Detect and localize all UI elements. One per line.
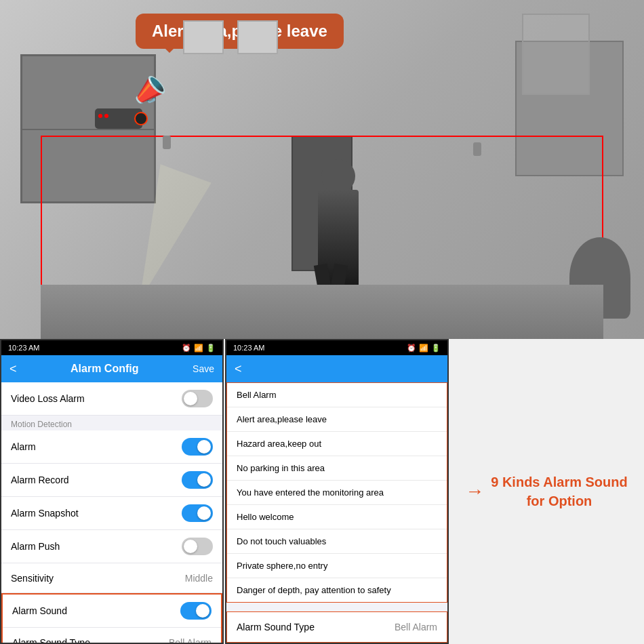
security-camera: [95, 108, 149, 136]
alarm-sound-type-label: Alarm Sound Type: [12, 637, 90, 643]
dropdown-item-welcome[interactable]: Hello welcome: [227, 505, 447, 529]
alarm-record-label: Alarm Record: [11, 475, 69, 485]
sensitivity-label: Sensitivity: [11, 573, 54, 584]
alarm-sound-label: Alarm Sound: [12, 605, 67, 616]
right-alarm-sound-type-label: Alarm Sound Type: [237, 622, 315, 632]
right-time: 10:23 AM: [233, 344, 264, 352]
alarm-push-label: Alarm Push: [11, 541, 60, 552]
alarm-record-item[interactable]: Alarm Record: [1, 464, 222, 497]
video-loss-alarm-toggle[interactable]: [182, 390, 213, 407]
alarm-snapshot-toggle[interactable]: [182, 504, 213, 522]
phone-left: 10:23 AM ⏰ 📶 🔋 < Alarm Config Save Video…: [0, 339, 224, 644]
left-content: Video Loss Alarm Motion Detection Alarm …: [1, 382, 222, 643]
alarm-push-item[interactable]: Alarm Push: [1, 530, 222, 563]
video-loss-alarm-label: Video Loss Alarm: [11, 393, 85, 404]
left-nav-title: Alarm Config: [17, 363, 193, 375]
right-back-button[interactable]: <: [235, 362, 242, 376]
alarm-sound-type-bottom-bar: Alarm Sound Type Bell Alarm: [226, 611, 447, 643]
alarm-push-toggle[interactable]: [182, 538, 213, 555]
left-save-button[interactable]: Save: [193, 363, 214, 374]
alarm-sound-type-value: Bell Alarm: [169, 637, 212, 643]
dropdown-item-monitoring[interactable]: You have entered the monitoring area: [227, 481, 447, 505]
dropdown-item-valuables[interactable]: Do not touch valuables: [227, 529, 447, 554]
dropdown-item-bell[interactable]: Bell Alarm: [227, 383, 447, 407]
alarm-item[interactable]: Alarm: [1, 430, 222, 464]
alarm-label: Alarm: [11, 441, 36, 452]
dropdown-item-hazard[interactable]: Hazard area,keep out: [227, 432, 447, 456]
alarm-sound-type-item[interactable]: Alarm Sound Type Bell Alarm: [3, 628, 221, 643]
left-time: 10:23 AM: [8, 344, 39, 352]
right-alarm-sound-type-item[interactable]: Alarm Sound Type Bell Alarm: [227, 612, 447, 642]
info-box: → 9 Kinds Alarm Soundfor Option: [465, 472, 628, 510]
bottom-section: 10:23 AM ⏰ 📶 🔋 < Alarm Config Save Video…: [0, 339, 644, 644]
info-section: → 9 Kinds Alarm Soundfor Option: [449, 339, 644, 644]
info-text: 9 Kinds Alarm Soundfor Option: [491, 472, 628, 510]
dropdown-item-private[interactable]: Private sphere,no entry: [227, 554, 447, 578]
sensitivity-item[interactable]: Sensitivity Middle: [1, 563, 222, 593]
left-nav-bar: < Alarm Config Save: [1, 355, 222, 382]
person-figure: [311, 163, 365, 298]
dropdown-item-danger[interactable]: Danger of depth, pay attention to safety: [227, 578, 447, 602]
dropdown-item-no-parking[interactable]: No parking in this area: [227, 456, 447, 481]
right-status-bar: 10:23 AM ⏰ 📶 🔋: [226, 340, 447, 355]
security-scene: 📣 Alert area,please leave: [0, 0, 644, 339]
left-status-bar: 10:23 AM ⏰ 📶 🔋: [1, 340, 222, 355]
right-nav-bar: <: [226, 355, 447, 382]
right-alarm-sound-type-value: Bell Alarm: [395, 622, 437, 632]
alarm-snapshot-label: Alarm Snapshot: [11, 508, 79, 519]
sensitivity-value: Middle: [185, 573, 213, 584]
alarm-sound-section: Alarm Sound Alarm Sound Type Bell Alarm: [1, 593, 222, 643]
alarm-snapshot-item[interactable]: Alarm Snapshot: [1, 497, 222, 530]
left-status-icons: ⏰ 📶 🔋: [182, 344, 216, 353]
alarm-record-toggle[interactable]: [182, 471, 213, 489]
dropdown-item-alert[interactable]: Alert area,please leave: [227, 407, 447, 432]
arrow-icon: →: [465, 481, 484, 502]
video-loss-alarm-item[interactable]: Video Loss Alarm: [1, 382, 222, 416]
motion-detection-header: Motion Detection: [1, 416, 222, 430]
alarm-sound-dropdown[interactable]: Bell Alarm Alert area,please leave Hazar…: [226, 382, 447, 603]
left-back-button[interactable]: <: [9, 362, 17, 376]
alarm-sound-item[interactable]: Alarm Sound: [3, 595, 221, 628]
right-content: Video ... Motio... Alarm ... Bell Alarm …: [226, 382, 447, 643]
alarm-toggle[interactable]: [182, 438, 213, 456]
phone-right: 10:23 AM ⏰ 📶 🔋 < Video ... Motio... Alar…: [225, 339, 449, 644]
alarm-sound-toggle[interactable]: [180, 602, 212, 620]
